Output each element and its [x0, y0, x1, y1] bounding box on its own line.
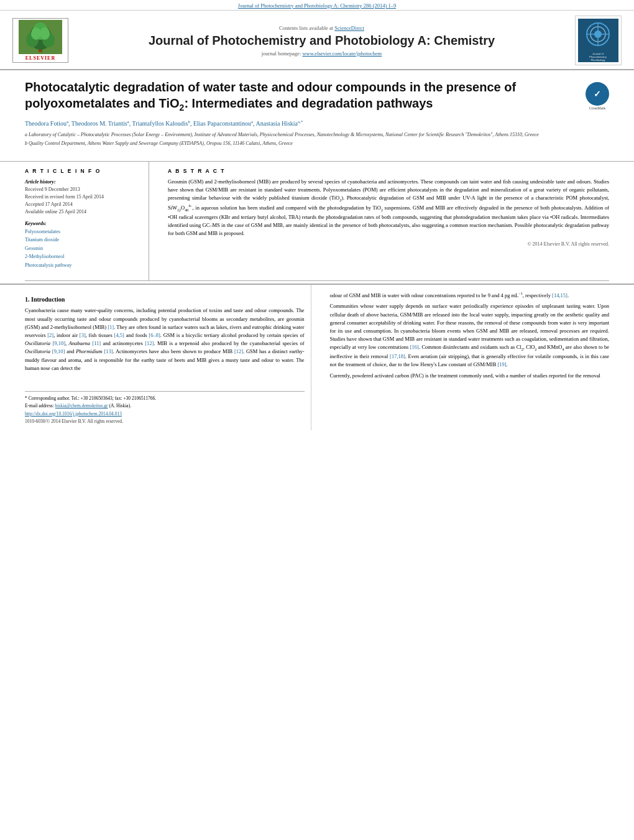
ref-4-5[interactable]: [4,5] — [114, 332, 124, 338]
authors: Theodora Fotioua, Theodoros M. Triantisa… — [25, 119, 609, 127]
ref-16[interactable]: [16] — [410, 344, 419, 350]
keywords-list: Polyoxometalates Titanium dioxide Geosmi… — [25, 228, 142, 270]
main-content: 1. Introduction Cyanobacteria cause many… — [0, 284, 634, 430]
abstract-title: A B S T R A C T — [168, 168, 609, 174]
homepage-url[interactable]: www.elsevier.com/locate/jphotochem — [302, 50, 382, 57]
contents-available: Contents lists available at ScienceDirec… — [75, 25, 569, 31]
keyword-2: Titanium dioxide — [25, 236, 142, 244]
received-date: Received 9 December 2013 — [25, 186, 142, 193]
ref-14-15[interactable]: [14,15] — [552, 292, 567, 298]
ref-2[interactable]: [2] — [47, 332, 53, 338]
journal-title: Journal of Photochemistry and Photobiolo… — [75, 33, 569, 48]
article-title: Photocatalytic degradation of water tast… — [25, 79, 609, 113]
keyword-1: Polyoxometalates — [25, 228, 142, 236]
ref-12a[interactable]: [12] — [145, 340, 154, 346]
journal-reference: Journal of Photochemistry and Photobiolo… — [238, 2, 396, 9]
crossmark-label: CrossMark — [586, 106, 609, 110]
info-abstract-section: A R T I C L E I N F O Article history: R… — [0, 161, 634, 281]
svg-text:Photobiology: Photobiology — [590, 58, 605, 62]
journal-header: ELSEVIER Contents lists available at Sci… — [0, 11, 634, 70]
content-left: 1. Introduction Cyanobacteria cause many… — [25, 285, 311, 430]
intro-paragraph-1: Cyanobacteria cause many water-quality c… — [25, 307, 305, 372]
accepted-date: Accepted 17 April 2014 — [25, 201, 142, 208]
affiliation-b: b Quality Control Department, Athens Wat… — [25, 140, 609, 147]
keywords-label: Keywords: — [25, 221, 142, 226]
intro-paragraph-2: odour of GSM and MIB in water with odour… — [330, 291, 610, 300]
crossmark[interactable]: ✓ CrossMark — [586, 82, 609, 110]
content-right: odour of GSM and MIB in water with odour… — [324, 285, 610, 430]
ref-9-10a[interactable]: [9,10] — [52, 340, 65, 346]
elsevier-label: ELSEVIER — [25, 55, 55, 61]
ref-17-18[interactable]: [17,18] — [390, 353, 405, 359]
ref-19[interactable]: [19] — [497, 361, 506, 367]
introduction-heading: 1. Introduction — [25, 296, 305, 303]
ref-1[interactable]: [1] — [108, 324, 114, 330]
article-info-title: A R T I C L E I N F O — [25, 168, 142, 174]
keyword-5: Photocatalysis pathway — [25, 261, 142, 270]
sciencedirect-link[interactable]: ScienceDirect — [334, 25, 364, 31]
ref-6-8[interactable]: [6–8] — [149, 332, 160, 338]
abstract-text: Geosmin (GSM) and 2-methylisoborneol (MI… — [168, 178, 609, 238]
available-date: Available online 25 April 2014 — [25, 208, 142, 216]
ref-13[interactable]: [13] — [104, 348, 113, 354]
footnote-area: * Corresponding author. Tel.: +30 210650… — [25, 391, 305, 425]
copyright: © 2014 Elsevier B.V. All rights reserved… — [168, 241, 609, 247]
intro-paragraph-3: Communities whose water supply depends o… — [330, 302, 610, 369]
crossmark-icon: ✓ — [586, 82, 609, 106]
svg-point-6 — [40, 27, 50, 40]
journal-logo-right: Journal of Photochemistry Photobiology — [575, 16, 622, 65]
affiliations: a Laboratory of Catalytic – Photocatalyt… — [25, 131, 609, 147]
svg-point-5 — [31, 27, 41, 40]
keyword-3: Geosmin — [25, 244, 142, 253]
top-banner: Journal of Photochemistry and Photobiolo… — [0, 0, 634, 11]
ref-3[interactable]: [3] — [80, 332, 86, 338]
revised-date: Received in revised form 15 April 2014 — [25, 193, 142, 201]
article-history: Article history: Received 9 December 201… — [25, 179, 142, 216]
intro-paragraph-4: Currently, powdered activated carbon (PA… — [330, 372, 610, 380]
elsevier-logo: ELSEVIER — [12, 18, 68, 63]
article-info-col: A R T I C L E I N F O Article history: R… — [25, 162, 149, 281]
affiliation-a: a Laboratory of Catalytic – Photocatalyt… — [25, 131, 609, 139]
keyword-4: 2-Methylisoborneol — [25, 252, 142, 261]
history-label: Article history: — [25, 179, 142, 185]
footnote-star: * Corresponding author. Tel.: +30 210650… — [25, 395, 305, 402]
section-divider — [25, 280, 609, 281]
email-link[interactable]: hiskia@chem.demokritos.gr — [55, 403, 108, 408]
footnote-email: E-mail address: hiskia@chem.demokritos.g… — [25, 403, 305, 410]
abstract-col: A B S T R A C T Geosmin (GSM) and 2-meth… — [162, 162, 609, 281]
elsevier-tree-icon — [19, 20, 62, 54]
doi-link[interactable]: http://dx.doi.org/10.1016/j.jphotochem.2… — [25, 411, 305, 418]
journal-logo-image: Journal of Photochemistry Photobiology — [578, 19, 618, 62]
article-header: ✓ CrossMark Photocatalytic degradation o… — [0, 70, 634, 156]
journal-homepage: journal homepage: www.elsevier.com/locat… — [75, 50, 569, 57]
ref-9-10b[interactable]: [9,10] — [52, 348, 65, 354]
keywords-section: Keywords: Polyoxometalates Titanium diox… — [25, 221, 142, 270]
ref-12b[interactable]: [12] — [234, 348, 243, 354]
journal-title-area: Contents lists available at ScienceDirec… — [68, 25, 575, 57]
issn: 1010-6030/© 2014 Elsevier B.V. All right… — [25, 418, 305, 424]
ref-11[interactable]: [11] — [92, 340, 101, 346]
